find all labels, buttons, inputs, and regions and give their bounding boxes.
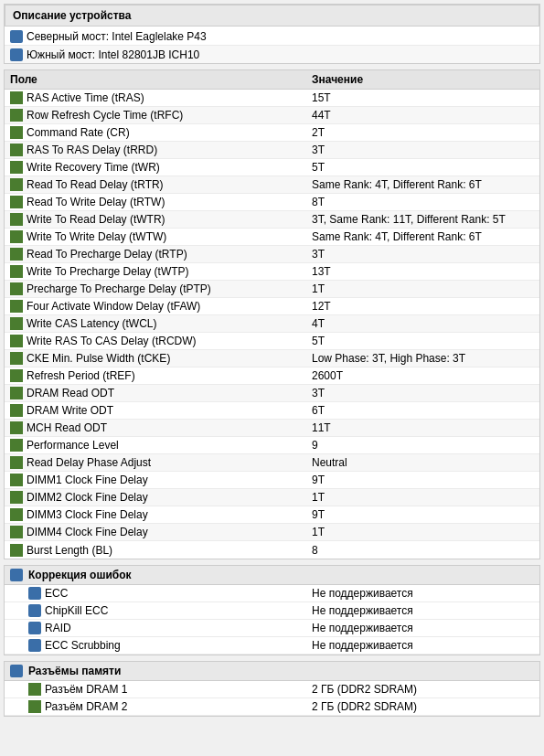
ecc-value: Не поддерживается [308, 604, 538, 617]
param-icon [10, 352, 23, 365]
error-correction-row: ECC Не поддерживается [5, 585, 539, 602]
param-field: Write RAS To CAS Delay (tRCDW) [6, 335, 308, 347]
table-row: Read Delay Phase Adjust Neutral [5, 454, 539, 472]
table-row: Write RAS To CAS Delay (tRCDW) 5T [5, 333, 539, 350]
param-value: 13T [308, 265, 538, 278]
param-icon [10, 178, 23, 191]
param-value: 9 [308, 439, 538, 452]
device-info-row: Северный мост: Intel Eaglelake P43 [5, 28, 539, 46]
table-row: MCH Read ODT 11T [5, 420, 539, 437]
device-info-section: Описание устройства Северный мост: Intel… [4, 4, 540, 64]
memory-slot-row: Разъём DRAM 1 2 ГБ (DDR2 SDRAM) [5, 681, 539, 698]
param-label: Read To Precharge Delay (tRTP) [27, 248, 187, 261]
param-label: RAS Active Time (tRAS) [27, 91, 144, 104]
slot-label: Разъём DRAM 1 [45, 683, 127, 696]
slot-icon [28, 683, 41, 696]
param-icon [10, 248, 23, 261]
ecc-icon [28, 639, 41, 652]
param-value: 9T [308, 508, 538, 521]
device-row-field: Северный мост: Intel Eaglelake P43 [6, 30, 308, 43]
table-row: Write To Write Delay (tWTW) Same Rank: 4… [5, 229, 539, 246]
memory-params-section: Поле Значение RAS Active Time (tRAS) 15T… [4, 69, 540, 559]
table-row: Performance Level 9 [5, 437, 539, 454]
ecc-label: ECC Scrubbing [45, 639, 121, 652]
ecc-field: ChipKill ECC [6, 604, 308, 617]
param-label: Command Rate (CR) [27, 126, 130, 139]
param-icon [10, 144, 23, 156]
param-field: DIMM1 Clock Fine Delay [6, 474, 308, 486]
param-value: 1T [308, 282, 538, 295]
memory-slot-row: Разъём DRAM 2 2 ГБ (DDR2 SDRAM) [5, 698, 539, 716]
ecc-field: RAID [6, 622, 308, 634]
param-value: 44T [308, 109, 538, 122]
param-value: 3T [308, 144, 538, 156]
table-row: Row Refresh Cycle Time (tRFC) 44T [5, 107, 539, 124]
param-field: Row Refresh Cycle Time (tRFC) [6, 109, 308, 122]
table-row: Read To Read Delay (tRTR) Same Rank: 4T,… [5, 176, 539, 194]
param-field: Write To Precharge Delay (tWTP) [6, 265, 308, 278]
device-label: Южный мост: Intel 82801JB ICH10 [27, 48, 199, 61]
param-icon [10, 456, 23, 469]
table-row: Refresh Period (tREF) 2600T [5, 367, 539, 385]
param-label: DIMM3 Clock Fine Delay [27, 508, 148, 521]
param-label: Read To Read Delay (tRTR) [27, 178, 164, 191]
param-field: Read To Read Delay (tRTR) [6, 178, 308, 191]
table-row: CKE Min. Pulse Width (tCKE) Low Phase: 3… [5, 350, 539, 367]
slot-value: 2 ГБ (DDR2 SDRAM) [308, 683, 538, 696]
param-field: Command Rate (CR) [6, 126, 308, 139]
param-label: DIMM2 Clock Fine Delay [27, 491, 148, 504]
param-field: RAS To RAS Delay (tRRD) [6, 144, 308, 156]
memory-slots-section: Разъёмы памяти Разъём DRAM 1 2 ГБ (DDR2 … [4, 661, 540, 717]
param-field: RAS Active Time (tRAS) [6, 91, 308, 104]
device-info-row: Южный мост: Intel 82801JB ICH10 [5, 46, 539, 63]
param-label: Write Recovery Time (tWR) [27, 161, 160, 174]
param-field: Write To Write Delay (tWTW) [6, 230, 308, 243]
param-value: 2T [308, 126, 538, 139]
param-icon [10, 126, 23, 139]
param-field: Precharge To Precharge Delay (tPTP) [6, 282, 308, 295]
param-icon [10, 421, 23, 434]
param-field: Read To Precharge Delay (tRTP) [6, 248, 308, 261]
value-column-header: Значение [312, 73, 534, 86]
ecc-icon [28, 622, 41, 634]
param-icon [10, 213, 23, 226]
table-row: DIMM4 Clock Fine Delay 1T [5, 524, 539, 541]
param-field: Write Recovery Time (tWR) [6, 161, 308, 174]
param-label: Four Activate Window Delay (tFAW) [27, 300, 200, 313]
device-info-header: Описание устройства [5, 5, 539, 27]
ecc-value: Не поддерживается [308, 587, 538, 600]
param-value: 6T [308, 404, 538, 417]
table-row: Four Activate Window Delay (tFAW) 12T [5, 298, 539, 315]
memory-slots-icon [10, 665, 23, 677]
param-label: Read Delay Phase Adjust [27, 456, 151, 469]
param-label: Write RAS To CAS Delay (tRCDW) [27, 335, 197, 347]
param-label: Precharge To Precharge Delay (tPTP) [27, 282, 211, 295]
param-icon [10, 91, 23, 104]
table-row: RAS To RAS Delay (tRRD) 3T [5, 142, 539, 159]
table-row: Command Rate (CR) 2T [5, 124, 539, 142]
table-row: Burst Length (BL) 8 [5, 541, 539, 559]
param-value: 11T [308, 421, 538, 434]
ecc-field: ECC Scrubbing [6, 639, 308, 652]
error-correction-row: RAID Не поддерживается [5, 620, 539, 637]
param-value: 3T [308, 387, 538, 399]
param-field: Read Delay Phase Adjust [6, 456, 308, 469]
param-value: 5T [308, 161, 538, 174]
device-icon [10, 30, 23, 43]
param-icon [10, 335, 23, 347]
param-value: 1T [308, 491, 538, 504]
param-icon [10, 265, 23, 278]
param-field: DIMM3 Clock Fine Delay [6, 508, 308, 521]
slot-field: Разъём DRAM 2 [6, 700, 308, 713]
ecc-icon [28, 604, 41, 617]
param-value: 5T [308, 335, 538, 347]
slot-icon [28, 700, 41, 713]
param-value: 12T [308, 300, 538, 313]
error-correction-row: ChipKill ECC Не поддерживается [5, 602, 539, 620]
param-icon [10, 491, 23, 504]
device-label: Северный мост: Intel Eaglelake P43 [27, 30, 207, 43]
device-row-field: Южный мост: Intel 82801JB ICH10 [6, 48, 308, 61]
param-value: 8T [308, 196, 538, 208]
param-label: CKE Min. Pulse Width (tCKE) [27, 352, 170, 365]
param-label: Row Refresh Cycle Time (tRFC) [27, 109, 183, 122]
